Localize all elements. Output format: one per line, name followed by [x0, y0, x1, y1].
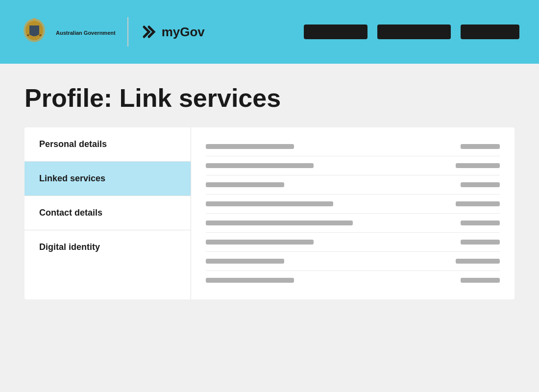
- svg-point-4: [37, 21, 39, 23]
- content-row: [206, 252, 500, 271]
- header-nav: [304, 24, 519, 39]
- nav-item-1[interactable]: [304, 24, 368, 39]
- content-bar: [206, 220, 353, 225]
- content-bar: [206, 278, 294, 283]
- mygov-logo: myGov: [140, 23, 205, 41]
- content-bar-right: [456, 259, 500, 264]
- header: Australian Government myGov: [0, 0, 539, 64]
- header-divider: [127, 17, 128, 47]
- page-title: Profile: Link services: [24, 83, 514, 113]
- content-area: [191, 127, 514, 299]
- content-bar-right: [456, 201, 500, 206]
- profile-sidebar: Personal details Linked services Contact…: [24, 127, 191, 299]
- content-bar-right: [461, 144, 500, 149]
- content-bar: [206, 201, 333, 206]
- content-row: [206, 195, 500, 214]
- sidebar-item-personal-details[interactable]: Personal details: [24, 127, 191, 162]
- sidebar-item-linked-services[interactable]: Linked services: [24, 162, 191, 196]
- content-row: [206, 137, 500, 156]
- content-bar: [206, 182, 284, 187]
- svg-point-3: [29, 21, 31, 23]
- content-bar-right: [461, 278, 500, 283]
- sidebar-item-digital-identity[interactable]: Digital identity: [24, 230, 191, 264]
- government-label-block: Australian Government: [56, 28, 116, 36]
- main-content: Profile: Link services Personal details …: [0, 64, 539, 392]
- mygov-chevron-icon: [140, 23, 158, 41]
- content-bar: [206, 144, 294, 149]
- content-bar-right: [461, 182, 500, 187]
- nav-item-2[interactable]: [377, 24, 451, 39]
- content-bar-right: [461, 220, 500, 225]
- content-row: [206, 214, 500, 233]
- content-bar-right: [461, 240, 500, 245]
- profile-card: Personal details Linked services Contact…: [24, 127, 514, 299]
- svg-point-2: [33, 18, 36, 21]
- content-bar-right: [456, 163, 500, 168]
- content-row: [206, 233, 500, 252]
- content-bar: [206, 259, 284, 264]
- logo-area: Australian Government myGov: [20, 15, 205, 49]
- content-row: [206, 175, 500, 195]
- coat-of-arms-icon: [20, 15, 49, 49]
- content-bar: [206, 163, 314, 168]
- nav-item-3[interactable]: [461, 24, 519, 39]
- sidebar-item-contact-details[interactable]: Contact details: [24, 196, 191, 230]
- content-row: [206, 271, 500, 290]
- content-row: [206, 156, 500, 175]
- content-bar: [206, 240, 314, 245]
- australian-government-label: Australian Government: [56, 30, 116, 36]
- mygov-label: myGov: [162, 24, 205, 40]
